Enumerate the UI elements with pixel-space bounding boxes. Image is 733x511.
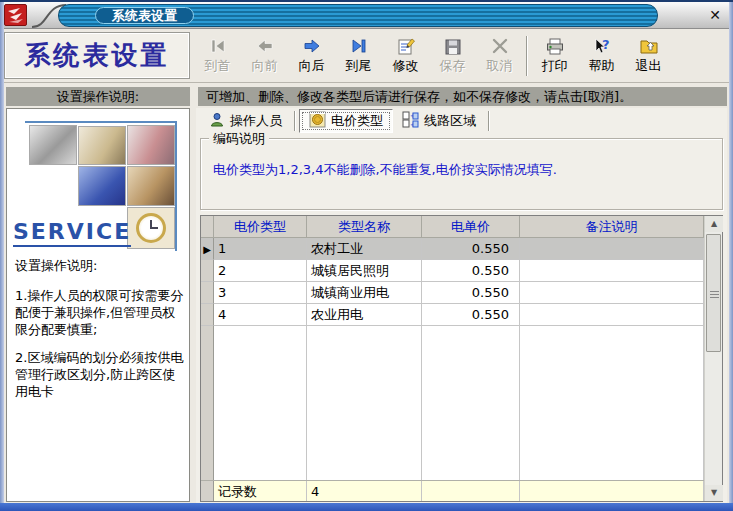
row-indicator: [201, 282, 214, 304]
tab-label: 线路区域: [424, 112, 476, 130]
toolbar-button-label: 打印: [542, 57, 568, 75]
header-row: 系统表设置 到首 向前: [4, 30, 729, 83]
cell-note[interactable]: [520, 238, 704, 260]
tab-separator: [488, 111, 490, 131]
toolbar-button-help[interactable]: ? 帮助: [578, 32, 625, 80]
toolbar-button-print[interactable]: 打印: [531, 32, 578, 80]
vertical-scrollbar[interactable]: ▲ ▼: [704, 216, 722, 501]
toolbar-button-first[interactable]: 到首: [194, 32, 241, 80]
groupbox-title: 编码说明: [209, 130, 269, 148]
cell-price-type[interactable]: 4: [214, 304, 307, 326]
clock-icon: [136, 213, 166, 243]
empty-cell: [520, 326, 704, 480]
toolbar-button-label: 帮助: [589, 57, 615, 75]
table-row[interactable]: ▶ 1 农村工业 0.550: [201, 238, 704, 260]
record-count-label: 记录数: [214, 481, 307, 501]
toolbar-button-last[interactable]: 到尾: [335, 32, 382, 80]
cell-price-type[interactable]: 2: [214, 260, 307, 282]
toolbar-button-label: 向后: [299, 57, 325, 75]
tab-separator: [294, 111, 296, 131]
collage-image-watch: [127, 207, 175, 249]
notice-bar: 可增加、删除、修改各类型后请进行保存，如不保存修改，请点击[取消]。: [198, 87, 727, 106]
app-logo-icon: [4, 4, 27, 26]
toolbar: 到首 向前 向后: [194, 30, 672, 82]
scroll-down-icon[interactable]: ▼: [705, 485, 723, 501]
service-wordmark: SERVICE: [13, 219, 131, 247]
sidebar: SERVICE 设置操作说明: 1.操作人员的权限可按需要分配便于兼职操作,但管…: [6, 108, 190, 502]
titlebar: 系统表设置 ✕: [0, 2, 733, 29]
help-cursor-icon: ?: [592, 35, 612, 57]
tab-operators[interactable]: 操作人员: [200, 110, 291, 132]
table-row[interactable]: 2 城镇居民照明 0.550: [201, 260, 704, 282]
scroll-up-icon[interactable]: ▲: [705, 216, 723, 232]
exit-folder-icon: [639, 35, 659, 57]
toolbar-separator: [526, 36, 528, 76]
current-row-marker-icon: ▶: [203, 244, 211, 255]
empty-cell: [214, 326, 307, 480]
edit-note-icon: [396, 35, 416, 57]
footer-empty-cell: [520, 481, 704, 501]
collage-image-tools: [29, 125, 77, 165]
table-footer-row: 记录数 4: [201, 480, 704, 501]
svg-text:?: ?: [602, 37, 610, 52]
toolbar-button-label: 向前: [252, 57, 278, 75]
column-header[interactable]: 电价类型: [214, 216, 307, 238]
table-header-row: 电价类型 类型名称 电单价 备注说明: [201, 216, 704, 238]
coin-icon: [309, 111, 326, 131]
collage-image-pencils: [127, 125, 175, 165]
window-border-left: [0, 2, 4, 511]
tab-line-regions[interactable]: + + 线路区域: [393, 110, 485, 132]
toolbar-button-modify[interactable]: 修改: [382, 32, 429, 80]
instruction-item-1: 1.操作人员的权限可按需要分配便于兼职操作,但管理员权限分配要慎重;: [15, 287, 185, 338]
cell-type-name[interactable]: 农业用电: [307, 304, 422, 326]
sidebar-header: 设置操作说明:: [6, 87, 190, 106]
pages-plus-icon: + +: [402, 111, 419, 131]
decor-line-vertical: [175, 121, 177, 251]
collage-image-pen: [78, 126, 126, 165]
cell-unit-price[interactable]: 0.550: [422, 238, 520, 260]
step-last-icon: [349, 35, 369, 57]
cell-unit-price[interactable]: 0.550: [422, 282, 520, 304]
table-row[interactable]: 4 农业用电 0.550: [201, 304, 704, 326]
cell-note[interactable]: [520, 282, 704, 304]
close-button[interactable]: ✕: [705, 6, 725, 24]
cancel-x-icon: [490, 35, 510, 57]
tab-label: 操作人员: [230, 112, 282, 130]
column-header[interactable]: 电单价: [422, 216, 520, 238]
coding-note-groupbox: 编码说明 电价类型为1,2,3,4不能删除,不能重复,电价按实际情况填写.: [200, 138, 723, 210]
cell-note[interactable]: [520, 304, 704, 326]
column-header[interactable]: 类型名称: [307, 216, 422, 238]
empty-cell: [307, 326, 422, 480]
record-count-value: 4: [307, 481, 422, 501]
cell-unit-price[interactable]: 0.550: [422, 260, 520, 282]
toolbar-button-prev[interactable]: 向前: [241, 32, 288, 80]
toolbar-button-save[interactable]: 保存: [429, 32, 476, 80]
page-title: 系统表设置: [4, 32, 190, 79]
cell-unit-price[interactable]: 0.550: [422, 304, 520, 326]
scrollbar-thumb[interactable]: [706, 234, 721, 352]
cell-type-name[interactable]: 城镇居民照明: [307, 260, 422, 282]
window: 系统表设置 ✕ 系统表设置 到首: [0, 0, 733, 511]
collage-image-business: [127, 166, 175, 206]
cell-price-type[interactable]: 1: [214, 238, 307, 260]
floppy-disk-icon: [443, 35, 463, 57]
row-indicator: [201, 481, 214, 501]
main-panel: 操作人员 电价类型 +: [196, 108, 727, 504]
row-indicator: ▶: [201, 238, 214, 260]
cell-note[interactable]: [520, 260, 704, 282]
column-header[interactable]: 备注说明: [520, 216, 704, 238]
row-indicator: [201, 326, 214, 480]
person-icon: [209, 112, 225, 131]
cell-price-type[interactable]: 3: [214, 282, 307, 304]
toolbar-button-exit[interactable]: 退出: [625, 32, 672, 80]
toolbar-button-cancel[interactable]: 取消: [476, 32, 523, 80]
cell-type-name[interactable]: 城镇商业用电: [307, 282, 422, 304]
groupbox-text: 电价类型为1,2,3,4不能删除,不能重复,电价按实际情况填写.: [213, 161, 557, 179]
toolbar-button-next[interactable]: 向后: [288, 32, 335, 80]
tab-price-types[interactable]: 电价类型: [299, 109, 393, 133]
footer-empty-cell: [422, 481, 520, 501]
tab-label: 电价类型: [331, 112, 383, 130]
cell-type-name[interactable]: 农村工业: [307, 238, 422, 260]
printer-icon: [545, 35, 565, 57]
table-row[interactable]: 3 城镇商业用电 0.550: [201, 282, 704, 304]
